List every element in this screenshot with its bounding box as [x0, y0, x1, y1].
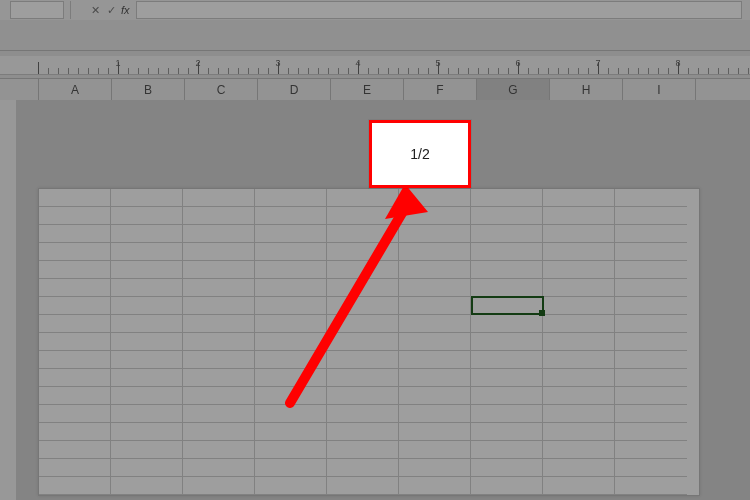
cell[interactable]: [39, 387, 111, 405]
cell[interactable]: [327, 189, 399, 207]
cell[interactable]: [471, 351, 543, 369]
cell[interactable]: [39, 225, 111, 243]
cell[interactable]: [327, 261, 399, 279]
cell[interactable]: [39, 297, 111, 315]
cell[interactable]: [327, 243, 399, 261]
cancel-icon[interactable]: ✕: [87, 2, 103, 18]
cell[interactable]: [471, 207, 543, 225]
cell[interactable]: [39, 405, 111, 423]
cell[interactable]: [543, 423, 615, 441]
cell[interactable]: [327, 423, 399, 441]
cell[interactable]: [615, 279, 687, 297]
cell[interactable]: [111, 243, 183, 261]
name-box[interactable]: [10, 1, 64, 19]
cell[interactable]: [39, 423, 111, 441]
cell[interactable]: [543, 315, 615, 333]
cell[interactable]: [471, 279, 543, 297]
accept-icon[interactable]: ✓: [103, 2, 119, 18]
fx-label[interactable]: fx: [121, 4, 130, 16]
cell[interactable]: [255, 243, 327, 261]
cell[interactable]: [183, 189, 255, 207]
cell[interactable]: [327, 477, 399, 495]
cell[interactable]: [399, 189, 471, 207]
cell[interactable]: [255, 279, 327, 297]
cell[interactable]: [327, 405, 399, 423]
cell[interactable]: [543, 279, 615, 297]
cell[interactable]: [39, 315, 111, 333]
cell[interactable]: [471, 261, 543, 279]
cell[interactable]: [615, 477, 687, 495]
cell[interactable]: [111, 441, 183, 459]
cell[interactable]: [471, 369, 543, 387]
cell[interactable]: [327, 369, 399, 387]
cell[interactable]: [399, 297, 471, 315]
cell[interactable]: [543, 351, 615, 369]
cell[interactable]: [183, 225, 255, 243]
cell[interactable]: [615, 207, 687, 225]
cell[interactable]: [255, 351, 327, 369]
cell[interactable]: [183, 333, 255, 351]
cell[interactable]: [183, 405, 255, 423]
horizontal-ruler[interactable]: 1 2 3 4 5 6 7 8: [0, 56, 750, 75]
cell[interactable]: [543, 477, 615, 495]
cell[interactable]: [327, 207, 399, 225]
cell[interactable]: [183, 243, 255, 261]
cell[interactable]: [327, 297, 399, 315]
cell[interactable]: [399, 423, 471, 441]
cell[interactable]: [543, 387, 615, 405]
cell[interactable]: [255, 369, 327, 387]
cell[interactable]: [615, 423, 687, 441]
cell[interactable]: [255, 477, 327, 495]
cell[interactable]: [183, 315, 255, 333]
cell[interactable]: [327, 441, 399, 459]
cell[interactable]: [111, 225, 183, 243]
cell[interactable]: [183, 477, 255, 495]
cell[interactable]: [471, 423, 543, 441]
cell[interactable]: [471, 225, 543, 243]
cell[interactable]: [39, 351, 111, 369]
cell[interactable]: [39, 189, 111, 207]
cell[interactable]: [399, 441, 471, 459]
cell[interactable]: [255, 225, 327, 243]
cell[interactable]: [255, 315, 327, 333]
cell[interactable]: [615, 369, 687, 387]
cell[interactable]: [615, 315, 687, 333]
cell[interactable]: [255, 333, 327, 351]
cell[interactable]: [399, 459, 471, 477]
cell[interactable]: [111, 315, 183, 333]
cell[interactable]: [543, 207, 615, 225]
column-header-E[interactable]: E: [331, 79, 404, 101]
cell[interactable]: [399, 387, 471, 405]
select-all-corner[interactable]: [0, 79, 39, 101]
column-header-I[interactable]: I: [623, 79, 696, 101]
cell[interactable]: [543, 261, 615, 279]
cell[interactable]: [399, 261, 471, 279]
cell[interactable]: [183, 423, 255, 441]
cell[interactable]: [255, 459, 327, 477]
cell[interactable]: [399, 477, 471, 495]
column-header-H[interactable]: H: [550, 79, 623, 101]
cell[interactable]: [615, 261, 687, 279]
cell[interactable]: [399, 243, 471, 261]
cell[interactable]: [39, 261, 111, 279]
cell[interactable]: [543, 333, 615, 351]
cell[interactable]: [39, 369, 111, 387]
vertical-ruler[interactable]: [0, 100, 17, 500]
cell[interactable]: [399, 315, 471, 333]
cell[interactable]: [615, 441, 687, 459]
cell[interactable]: [111, 387, 183, 405]
selected-cell[interactable]: [471, 296, 544, 315]
cell[interactable]: [543, 297, 615, 315]
cell[interactable]: [543, 189, 615, 207]
cell[interactable]: [183, 351, 255, 369]
cell[interactable]: [111, 279, 183, 297]
formula-input[interactable]: [136, 1, 742, 19]
cell[interactable]: [399, 351, 471, 369]
cell[interactable]: [399, 279, 471, 297]
cell[interactable]: [327, 333, 399, 351]
cell[interactable]: [615, 225, 687, 243]
cell[interactable]: [111, 333, 183, 351]
cell[interactable]: [327, 351, 399, 369]
cell[interactable]: [255, 441, 327, 459]
cell[interactable]: [255, 261, 327, 279]
